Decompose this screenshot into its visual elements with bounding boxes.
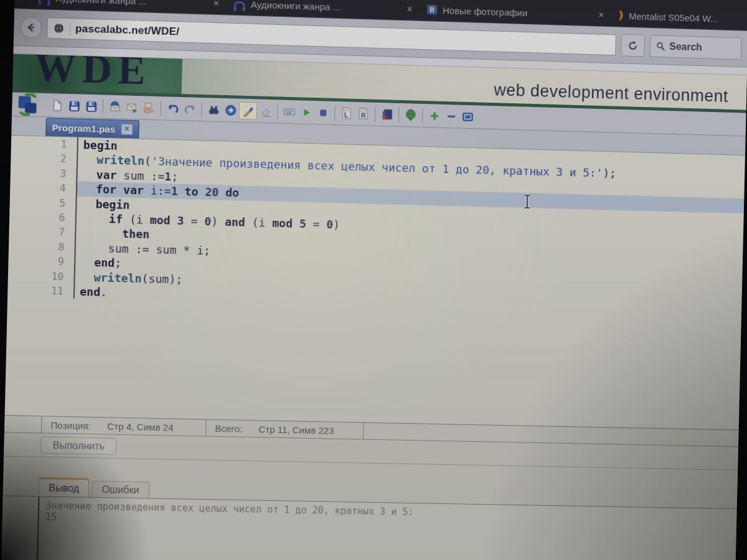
line-number: 1 [11, 136, 78, 152]
zoom-out-icon [444, 110, 457, 123]
line-number: 11 [7, 282, 75, 299]
find-icon [207, 103, 220, 116]
mail-open-button[interactable] [106, 98, 123, 115]
tab-title: Аудиокниги жанра ... [55, 0, 208, 8]
tab-close-button[interactable]: × [599, 10, 604, 20]
line-number: 9 [8, 253, 75, 269]
browser-tab[interactable]: )Mentalist S05e04 W...× [611, 7, 747, 29]
position-label: Позиция: [50, 419, 91, 431]
redo-icon [183, 103, 196, 116]
line-number: 3 [11, 165, 78, 181]
template-right-button[interactable]: R [355, 105, 372, 122]
stop-button[interactable] [314, 105, 332, 121]
headphones-icon [234, 1, 245, 9]
vk-icon: B [427, 4, 437, 14]
run-web-globe-icon [404, 108, 417, 122]
svg-text:L: L [344, 111, 349, 118]
total-label: Всего: [215, 422, 242, 434]
tab-close-button[interactable]: × [407, 4, 413, 14]
eraser-icon [259, 105, 272, 118]
search-label: Search [669, 41, 702, 53]
redo-button[interactable] [181, 101, 199, 118]
line-number: 7 [9, 224, 76, 240]
back-button[interactable] [20, 17, 42, 39]
toolbar-separator [398, 107, 400, 122]
tab-title: Mentalist S05e04 W... [629, 11, 747, 26]
execute-button[interactable]: Выполнить [40, 437, 117, 455]
globe-icon [53, 22, 65, 34]
url-divider [70, 22, 71, 35]
undo-icon [166, 102, 179, 115]
keyboard-macro-button[interactable] [281, 103, 298, 120]
tab-title: Аудиокниги жанра ... [251, 0, 402, 14]
reload-button[interactable] [621, 34, 645, 57]
mentalist-icon: ) [618, 10, 624, 21]
search-icon [655, 41, 665, 51]
line-number: 10 [8, 268, 75, 284]
save-all-icon [85, 100, 98, 113]
tab-output[interactable]: Вывод [38, 477, 89, 497]
file-tab-program1[interactable]: Program1.pas × [45, 118, 139, 138]
mail-send-icon [125, 101, 139, 114]
line-number: 6 [9, 209, 77, 225]
template-left-button[interactable]: L [338, 105, 355, 122]
output-lines: Значение произведения всех целых чисел о… [35, 497, 737, 560]
wde-logo-block: WDE [12, 54, 182, 94]
go-to-button[interactable] [222, 101, 239, 118]
save-icon [67, 99, 80, 112]
monitor-screen: Аудиокниги жанра ...×Аудиокниги жанра ..… [1, 0, 747, 560]
position-value: Стр 4, Симв 24 [107, 421, 174, 432]
remove-module-button[interactable] [378, 106, 396, 123]
line-number: 5 [9, 194, 77, 210]
back-arrow-icon [24, 21, 37, 34]
stop-icon [317, 107, 329, 119]
search-box[interactable]: Search [649, 35, 741, 60]
share-hand-button[interactable] [140, 100, 157, 116]
svg-text:R: R [361, 111, 366, 119]
find-button[interactable] [205, 101, 222, 118]
file-tab-close-button[interactable]: × [121, 124, 133, 136]
toolbar-separator [102, 99, 103, 114]
reload-icon [627, 39, 639, 51]
tab-close-button[interactable]: × [214, 0, 219, 8]
mail-send-button[interactable] [123, 99, 141, 116]
file-tab-label: Program1.pas [52, 122, 115, 134]
save-button[interactable] [65, 97, 83, 114]
toolbar-separator [422, 108, 423, 123]
code-lines: 1begin2 writeln('Значение произведения в… [7, 136, 745, 314]
share-hand-icon [142, 101, 156, 114]
mail-open-icon [108, 100, 122, 114]
line-number: 8 [9, 238, 76, 254]
new-file-icon [50, 99, 63, 112]
line-number: 2 [11, 151, 78, 167]
code-editor[interactable]: 1begin2 writeln('Значение произведения в… [5, 136, 745, 430]
status-total-cell: Всего: Стр 11, Симв 223 [206, 420, 364, 439]
pascalabc-logo-icon [15, 93, 41, 116]
browser-tab[interactable]: BНовые фотографии× [420, 1, 611, 23]
template-right-icon: R [357, 107, 370, 121]
run-web-button[interactable] [402, 107, 420, 124]
toolbar-separator [277, 104, 278, 119]
save-all-button[interactable] [82, 98, 100, 114]
toolbar-separator [160, 101, 161, 116]
eraser-button[interactable] [257, 103, 275, 119]
url-text: pascalabc.net/WDE/ [75, 22, 180, 38]
zoom-out-button[interactable] [443, 108, 459, 124]
wde-tagline: web development environment [494, 80, 728, 106]
format-brush-icon [242, 104, 255, 117]
tab-errors[interactable]: Ошибки [92, 481, 149, 498]
total-value: Стр 11, Симв 223 [258, 424, 334, 436]
new-file-button[interactable] [48, 97, 65, 114]
format-brush-button[interactable] [238, 101, 257, 119]
browser-tab[interactable]: Аудиокниги жанра ...× [226, 0, 420, 17]
mouse-cursor-ibeam [523, 194, 532, 209]
undo-button[interactable] [164, 100, 182, 117]
run-icon [301, 106, 312, 118]
pascalabc-logo [15, 93, 41, 116]
run-button-toolbar[interactable] [298, 104, 315, 121]
line-number: 4 [10, 180, 77, 196]
toolbar-separator [334, 105, 336, 120]
presentation-frame-button[interactable] [459, 108, 476, 125]
toolbar-separator [201, 101, 202, 116]
zoom-in-button[interactable] [426, 108, 443, 124]
